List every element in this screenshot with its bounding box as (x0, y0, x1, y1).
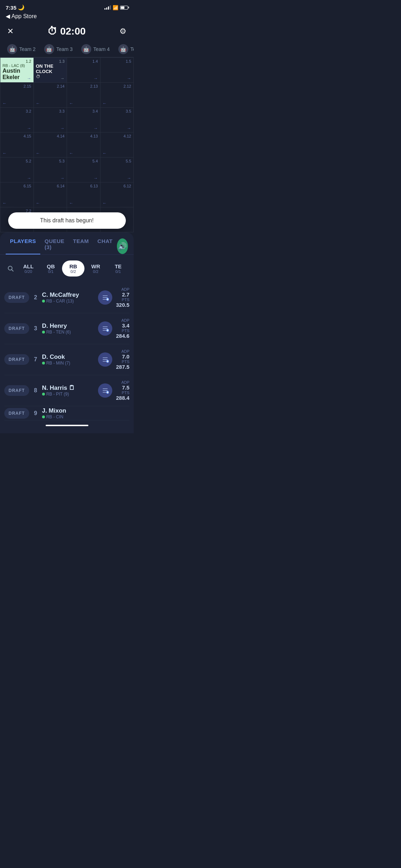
team-tab-team4[interactable]: 🤖Team 4 (77, 41, 114, 57)
draft-button-1[interactable]: DRAFT (4, 323, 29, 334)
player-team-4: RB - CIN (42, 414, 129, 419)
player-info-4: J. Mixon RB - CIN (42, 407, 129, 419)
pick-num: 2.14 (36, 84, 65, 88)
arrow-icon: → (127, 126, 131, 131)
grid-cell-r3c0[interactable]: 4.15 ← (0, 133, 34, 157)
grid-cell-r1c3[interactable]: 2.12 ← (100, 83, 134, 108)
arrow-icon: → (127, 76, 131, 81)
pick-num: 3.2 (2, 109, 31, 113)
pos-filter-te[interactable]: TE 0/1 (107, 260, 129, 277)
grid-cell-r0c0[interactable]: 1.2 RB - LAC (8) Austin Ekeler → (0, 58, 34, 83)
svg-rect-15 (103, 359, 108, 360)
pick-num: 4.14 (36, 134, 65, 138)
app-store-back[interactable]: ◀ App Store (0, 12, 134, 22)
pos-filter-wr[interactable]: WR 0/2 (84, 260, 107, 277)
team-tab-label: Team 5 (130, 46, 134, 52)
grid-cell-r1c1[interactable]: 2.14 ← (34, 83, 67, 108)
team-dot-icon (42, 362, 45, 365)
grid-cell-r3c3[interactable]: 4.12 ← (100, 133, 134, 157)
pick-num: 2.12 (103, 84, 132, 88)
arrow-icon: → (27, 76, 31, 81)
pick-num: 3.4 (69, 109, 98, 113)
grid-cell-r4c3[interactable]: 5.5 → (100, 157, 134, 182)
grid-cell-r0c3[interactable]: 1.5 → (100, 58, 134, 83)
app-store-label: App Store (11, 13, 37, 20)
grid-cell-r5c1[interactable]: 6.14 ← (34, 182, 67, 207)
bottom-panel: PLAYERSQUEUE (3)TEAMCHAT 🔊 ALL 0/20 QB 0… (0, 232, 134, 433)
player-info-0: C. McCaffrey RB - CAR (13) (42, 291, 95, 304)
arrow-icon: ← (69, 201, 73, 206)
arrow-icon: ← (2, 151, 7, 156)
pick-num: 3.5 (103, 109, 132, 113)
timer-icon: ⏱ (47, 25, 57, 37)
draft-button-2[interactable]: DRAFT (4, 354, 29, 365)
pick-rank-4: 9 (33, 410, 38, 417)
arrow-icon: ← (36, 201, 40, 206)
pick-num: 1.4 (69, 59, 98, 63)
pos-filter-qb[interactable]: QB 0/1 (40, 260, 62, 277)
grid-cell-r3c1[interactable]: 4.14 ← (34, 133, 67, 157)
pick-num: 1.5 (103, 59, 132, 63)
player-info-1: D. Henry RB - TEN (6) (42, 322, 95, 335)
grid-cell-r5c0[interactable]: 6.15 ← (0, 182, 34, 207)
pos-count: 0/1 (41, 269, 61, 274)
moon-icon: 🌙 (18, 4, 25, 11)
draft-button-3[interactable]: DRAFT (4, 385, 29, 396)
panel-tab-team[interactable]: TEAM (69, 238, 93, 254)
grid-cell-r5c2[interactable]: 6.13 ← (67, 182, 101, 207)
grid-cell-r2c3[interactable]: 3.5 → (100, 108, 134, 133)
player-queue-button-1[interactable] (98, 321, 112, 336)
grid-cell-r1c2[interactable]: 2.13 ← (67, 83, 101, 108)
svg-rect-3 (103, 297, 108, 298)
pos-count: 0/20 (19, 269, 38, 274)
grid-cell-r0c1[interactable]: 1.3 ON THE CLOCK ⏱ → (34, 58, 67, 83)
draft-button-0[interactable]: DRAFT (4, 292, 29, 303)
position-filters: ALL 0/20 QB 0/1 RB 0/2 WR 0/2 TE 0/1 (0, 255, 134, 282)
arrow-icon: ← (69, 151, 73, 156)
svg-rect-8 (103, 326, 108, 327)
grid-cell-r2c1[interactable]: 3.3 → (34, 108, 67, 133)
otc-text: ON THE CLOCK (36, 63, 65, 74)
adp-pts-2: ADP 7.0 PTS 287.5 (116, 349, 129, 370)
pick-num: 4.13 (69, 134, 98, 138)
team-tab-team5[interactable]: 🤖Team 5 (114, 41, 134, 57)
player-name-3: N. Harris 🗒 (42, 384, 95, 392)
pos-filter-all[interactable]: ALL 0/20 (17, 260, 40, 277)
draft-button-4[interactable]: DRAFT (4, 408, 29, 419)
grid-cell-r0c2[interactable]: 1.4 → (67, 58, 101, 83)
arrow-icon: → (60, 76, 65, 81)
close-button[interactable]: ✕ (7, 27, 14, 36)
pos-filter-rb[interactable]: RB 0/2 (62, 260, 84, 277)
player-queue-button-0[interactable] (98, 290, 112, 305)
grid-cell-r2c0[interactable]: 3.2 → (0, 108, 34, 133)
grid-cell-r3c2[interactable]: 4.13 ← (67, 133, 101, 157)
panel-tab-chat[interactable]: CHAT (93, 238, 117, 254)
player-name-0: C. McCaffrey (42, 291, 95, 299)
arrow-icon: ← (103, 201, 107, 206)
team-tab-team2[interactable]: 🤖Team 2 (3, 41, 40, 57)
pos-label: QB (41, 263, 61, 269)
panel-tab-queue[interactable]: QUEUE (3) (40, 238, 69, 254)
status-time-group: 7:35 🌙 (6, 4, 25, 11)
pick-num: 1.3 (36, 59, 65, 63)
svg-rect-16 (103, 361, 106, 362)
grid-cell-r4c1[interactable]: 5.3 → (34, 157, 67, 182)
team-tab-label: Team 4 (93, 46, 110, 52)
grid-cell-r1c0[interactable]: 2.15 ← (0, 83, 34, 108)
grid-cell-r4c2[interactable]: 5.4 → (67, 157, 101, 182)
player-queue-button-3[interactable] (98, 383, 112, 398)
panel-tab-players[interactable]: PLAYERS (6, 238, 40, 254)
sound-button[interactable]: 🔊 (117, 238, 128, 254)
player-queue-button-2[interactable] (98, 352, 112, 367)
pick-num: 6.13 (69, 184, 98, 188)
arrow-icon: → (60, 126, 65, 131)
status-bar: 7:35 🌙 📶 (0, 0, 134, 12)
grid-cell-r5c3[interactable]: 6.12 ← (100, 182, 134, 207)
grid-cell-r4c0[interactable]: 5.2 → (0, 157, 34, 182)
settings-button[interactable]: ⚙ (119, 27, 127, 36)
grid-cell-r2c2[interactable]: 3.4 → (67, 108, 101, 133)
header: ✕ ⏱ 02:00 ⚙ (0, 22, 134, 41)
team-tab-team3[interactable]: 🤖Team 3 (40, 41, 77, 57)
player-team-1: RB - TEN (6) (42, 330, 95, 335)
search-button[interactable] (4, 262, 17, 275)
